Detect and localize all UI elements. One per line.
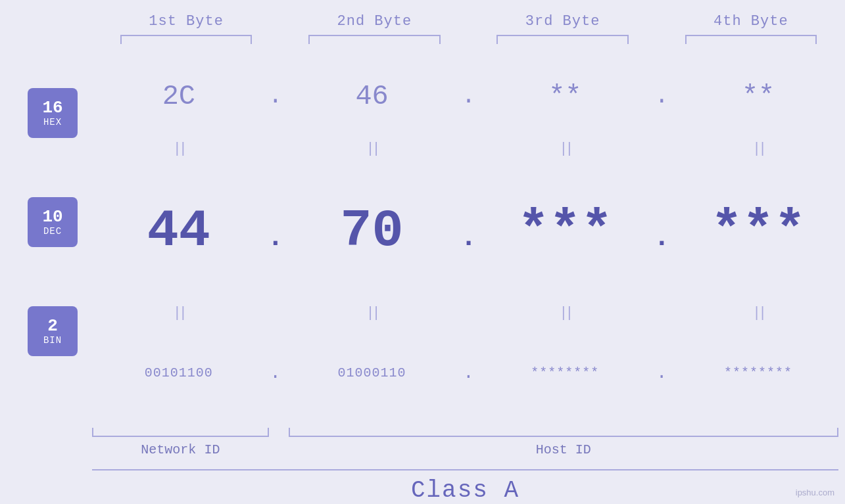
bin-row: 00101100 . 01000110 . ******** . bbox=[92, 321, 845, 425]
bracket-line-3 bbox=[496, 35, 628, 44]
byte4-header: 4th Byte bbox=[657, 13, 845, 30]
hex-b4: ** bbox=[742, 81, 775, 112]
hex-b2: 46 bbox=[355, 81, 388, 112]
hex-dot3: . bbox=[652, 83, 671, 110]
dec-b2-cell: 70 bbox=[285, 201, 459, 261]
bottom-section: Network ID Host ID bbox=[0, 425, 845, 457]
hex-badge: 16 HEX bbox=[28, 88, 78, 138]
dec-b3-cell: *** bbox=[479, 201, 652, 261]
dec-number: 10 bbox=[42, 208, 62, 227]
host-id-label: Host ID bbox=[289, 442, 838, 457]
bin-b3: ******** bbox=[531, 365, 599, 380]
host-bracket bbox=[289, 428, 838, 437]
hex-row: 2C . 46 . ** . ** bbox=[92, 52, 845, 141]
dec-b4-cell: *** bbox=[671, 201, 845, 261]
label-column: 16 HEX 10 DEC 2 BIN bbox=[7, 52, 92, 425]
eq1-b2: || bbox=[285, 141, 459, 157]
network-id-label: Network ID bbox=[92, 442, 269, 457]
bin-dot2: . bbox=[459, 363, 479, 383]
eq2-b2: || bbox=[285, 305, 459, 321]
bin-dot1: . bbox=[266, 363, 285, 383]
bracket-line-2 bbox=[308, 35, 440, 44]
watermark: ipshu.com bbox=[796, 488, 834, 497]
bracket-line-1 bbox=[120, 35, 252, 44]
bin-b4-cell: ******** bbox=[671, 365, 845, 380]
hex-dot1: . bbox=[266, 83, 285, 110]
byte1-header: 1st Byte bbox=[92, 13, 280, 30]
hex-b2-cell: 46 bbox=[285, 81, 459, 112]
page-container: 1st Byte 2nd Byte 3rd Byte 4th Byte 16 H… bbox=[0, 0, 845, 504]
dec-dot1: . bbox=[266, 209, 285, 254]
dec-dot2: . bbox=[459, 209, 479, 254]
byte2-header: 2nd Byte bbox=[280, 13, 468, 30]
hex-b1: 2C bbox=[162, 81, 195, 112]
hex-b4-cell: ** bbox=[671, 81, 845, 112]
bin-label: BIN bbox=[43, 335, 62, 346]
dec-label: DEC bbox=[43, 226, 62, 237]
class-bar-line bbox=[92, 469, 838, 470]
eq2-b3: || bbox=[479, 305, 652, 321]
bin-b3-cell: ******** bbox=[479, 365, 652, 380]
byte-headers: 1st Byte 2nd Byte 3rd Byte 4th Byte bbox=[0, 13, 845, 30]
bracket-cell-2 bbox=[280, 34, 468, 45]
bin-b1-cell: 00101100 bbox=[92, 365, 266, 380]
eq2-b4: || bbox=[671, 305, 845, 321]
eq1-b1: || bbox=[92, 141, 266, 157]
bracket-cell-3 bbox=[469, 34, 657, 45]
eq1-b4: || bbox=[671, 141, 845, 157]
dec-b3: *** bbox=[518, 201, 612, 261]
dec-b1: 44 bbox=[147, 201, 210, 261]
top-bracket-row bbox=[0, 34, 845, 45]
hex-b3: ** bbox=[548, 81, 581, 112]
hex-number: 16 bbox=[42, 99, 62, 118]
hex-label: HEX bbox=[43, 117, 62, 127]
dec-dot3: . bbox=[652, 209, 671, 254]
bracket-cell-4 bbox=[657, 34, 845, 45]
class-bar: Class A bbox=[0, 469, 845, 504]
dec-row: 44 . 70 . *** . *** bbox=[92, 157, 845, 306]
hex-b3-cell: ** bbox=[479, 81, 652, 112]
dec-badge: 10 DEC bbox=[28, 197, 78, 247]
hex-dot2: . bbox=[459, 83, 479, 110]
value-columns: 2C . 46 . ** . ** bbox=[92, 52, 845, 425]
equals-row-2: || || || || bbox=[92, 306, 845, 321]
dec-b1-cell: 44 bbox=[92, 201, 266, 261]
network-bracket bbox=[92, 428, 269, 437]
class-a-label: Class A bbox=[92, 477, 838, 504]
bin-b1: 00101100 bbox=[145, 365, 213, 380]
bracket-line-4 bbox=[685, 35, 817, 44]
main-grid: 16 HEX 10 DEC 2 BIN 2C . bbox=[0, 52, 845, 425]
eq2-b1: || bbox=[92, 305, 266, 321]
dec-b2: 70 bbox=[341, 201, 404, 261]
bin-b4: ******** bbox=[724, 365, 792, 380]
hex-b1-cell: 2C bbox=[92, 81, 266, 112]
eq1-b3: || bbox=[479, 141, 652, 157]
byte3-header: 3rd Byte bbox=[469, 13, 657, 30]
bin-b2-cell: 01000110 bbox=[285, 365, 459, 380]
bin-number: 2 bbox=[47, 317, 58, 336]
bin-dot3: . bbox=[652, 363, 671, 383]
equals-row-1: || || || || bbox=[92, 141, 845, 157]
bin-badge: 2 BIN bbox=[28, 306, 78, 356]
bin-b2: 01000110 bbox=[338, 365, 406, 380]
dec-b4: *** bbox=[711, 201, 806, 261]
bracket-cell-1 bbox=[92, 34, 280, 45]
